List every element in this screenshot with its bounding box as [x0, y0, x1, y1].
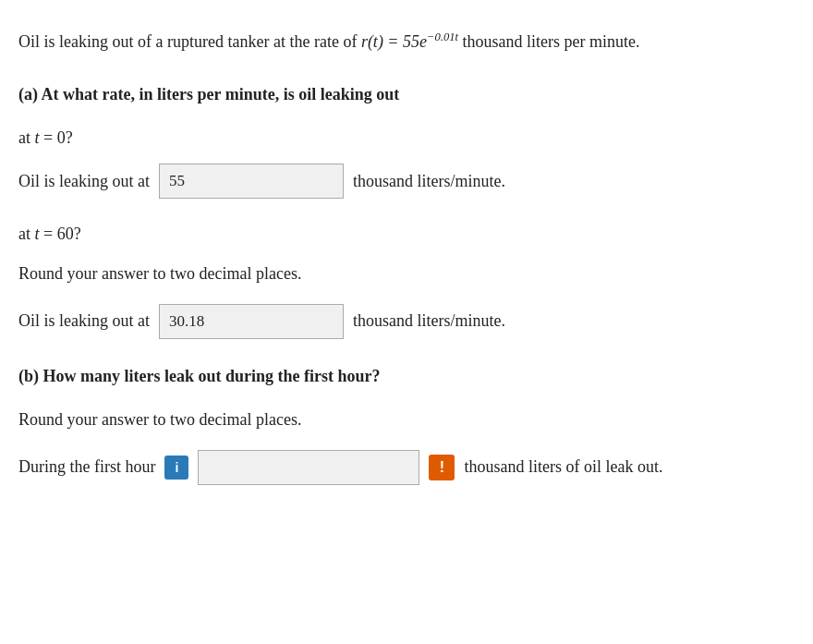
answer-input-t60[interactable]: [159, 304, 344, 339]
units-first-hour: thousand liters of oil leak out.: [464, 457, 662, 477]
answer-prefix-t60: Oil is leaking out at: [18, 311, 150, 331]
answer-input-first-hour[interactable]: [198, 450, 419, 485]
units-t60: thousand liters/minute.: [353, 311, 505, 331]
answer-prefix-t0: Oil is leaking out at: [18, 172, 150, 191]
sub-question-t60: at t = 60?: [18, 221, 785, 248]
part-b-label: (b) How many liters leak out during the …: [18, 363, 785, 390]
answer-prefix-first-hour: During the first hour: [18, 457, 155, 477]
part-b-section: (b) How many liters leak out during the …: [18, 363, 785, 485]
units-t0: thousand liters/minute.: [353, 172, 505, 191]
part-a-section: (a) At what rate, in liters per minute, …: [18, 81, 785, 339]
answer-input-t0[interactable]: [159, 164, 344, 199]
part-a-label: (a) At what rate, in liters per minute, …: [18, 81, 785, 108]
answer-row-t0: Oil is leaking out at thousand liters/mi…: [18, 164, 785, 199]
info-icon[interactable]: i: [164, 456, 188, 480]
round-note-b: Round your answer to two decimal places.: [18, 407, 785, 433]
formula: r(t) = 55e−0.01t: [361, 32, 458, 51]
problem-statement: Oil is leaking out of a ruptured tanker …: [18, 28, 785, 55]
statement-prefix: Oil is leaking out of a ruptured tanker …: [18, 32, 361, 51]
sub-question-t0: at t = 0?: [18, 125, 785, 152]
statement-suffix: thousand liters per minute.: [458, 32, 639, 51]
answer-row-t60: Oil is leaking out at thousand liters/mi…: [18, 304, 785, 339]
answer-row-first-hour: During the first hour i ! thousand liter…: [18, 450, 785, 485]
error-icon[interactable]: !: [429, 455, 455, 480]
round-note-a: Round your answer to two decimal places.: [18, 261, 785, 287]
